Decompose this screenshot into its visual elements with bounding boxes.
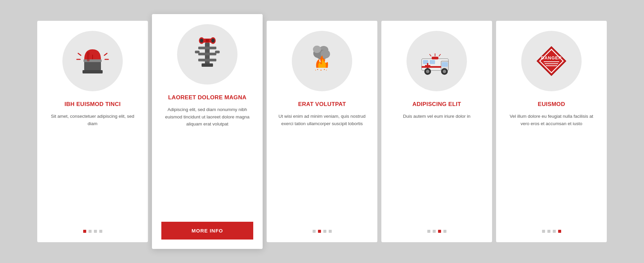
card-2: LAOREET DOLORE MAGNA Adipiscing elit, se… bbox=[152, 14, 263, 249]
svg-rect-37 bbox=[430, 60, 435, 64]
svg-rect-13 bbox=[206, 39, 209, 42]
card-4-body: Duis autem vel eum iriure dolor in bbox=[403, 113, 470, 222]
svg-rect-35 bbox=[442, 62, 448, 67]
svg-rect-20 bbox=[195, 51, 200, 53]
card-5-dots bbox=[542, 230, 561, 233]
dot bbox=[323, 230, 326, 233]
dot bbox=[443, 230, 446, 233]
card-1-body: Sit amet, consectetuer adipiscing elit, … bbox=[47, 113, 139, 222]
icon-circle-1 bbox=[62, 31, 123, 91]
svg-point-44 bbox=[443, 70, 446, 73]
svg-rect-1 bbox=[84, 59, 102, 62]
svg-rect-7 bbox=[83, 70, 103, 73]
dot bbox=[433, 230, 436, 233]
svg-line-47 bbox=[439, 54, 440, 56]
card-5-title: EUISMOD bbox=[538, 101, 565, 108]
dot bbox=[318, 230, 321, 233]
card-5-body: Vel illum dolore eu feugiat nulla facili… bbox=[505, 113, 597, 222]
svg-point-26 bbox=[313, 46, 321, 53]
dot bbox=[542, 230, 545, 233]
svg-rect-22 bbox=[202, 63, 213, 67]
svg-point-29 bbox=[321, 70, 322, 71]
icon-circle-3 bbox=[292, 31, 352, 91]
fire-smoke-icon bbox=[304, 43, 340, 80]
svg-rect-17 bbox=[198, 47, 216, 49]
svg-line-3 bbox=[78, 53, 81, 55]
svg-rect-40 bbox=[422, 66, 441, 68]
svg-point-31 bbox=[326, 70, 327, 70]
card-1: IBH EUISMOD TINCI Sit amet, consectetuer… bbox=[37, 21, 148, 242]
dot bbox=[313, 230, 316, 233]
svg-rect-18 bbox=[198, 53, 216, 55]
dot bbox=[89, 230, 92, 233]
card-1-title: IBH EUISMOD TINCI bbox=[64, 101, 121, 108]
dot bbox=[329, 230, 332, 233]
svg-point-32 bbox=[315, 70, 316, 70]
svg-marker-49 bbox=[537, 47, 566, 75]
svg-line-46 bbox=[430, 54, 431, 56]
siren-icon bbox=[74, 43, 111, 80]
ambulance-icon bbox=[418, 43, 455, 80]
card-4-dots bbox=[427, 230, 446, 233]
card-3-title: ERAT VOLUTPAT bbox=[298, 101, 346, 108]
dot bbox=[83, 230, 86, 233]
svg-point-30 bbox=[324, 69, 325, 70]
icon-circle-4 bbox=[407, 31, 467, 91]
svg-rect-21 bbox=[215, 51, 220, 53]
card-2-body: Adipiscing elit, sed diam nonummy nibh e… bbox=[161, 106, 253, 214]
icon-circle-2 bbox=[177, 24, 237, 85]
dot bbox=[553, 230, 556, 233]
card-5: DANGER EUISMOD Vel illum dolore eu feugi… bbox=[496, 21, 607, 242]
cards-container: IBH EUISMOD TINCI Sit amet, consectetuer… bbox=[17, 7, 627, 256]
svg-point-42 bbox=[426, 70, 429, 73]
dot bbox=[99, 230, 102, 233]
card-4: ADIPISCING ELIT Duis autem vel eum iriur… bbox=[381, 21, 492, 242]
card-4-title: ADIPISCING ELIT bbox=[412, 101, 461, 108]
svg-text:DANGER: DANGER bbox=[541, 55, 562, 60]
card-2-title: LAOREET DOLORE MAGNA bbox=[168, 94, 247, 101]
danger-sign-icon: DANGER bbox=[533, 43, 570, 80]
svg-line-5 bbox=[104, 53, 107, 55]
svg-rect-19 bbox=[198, 59, 216, 61]
dot bbox=[438, 230, 441, 233]
svg-point-15 bbox=[211, 39, 215, 43]
fire-hydrant-icon bbox=[189, 36, 226, 73]
dot bbox=[558, 230, 561, 233]
more-info-button[interactable]: MORE INFO bbox=[161, 222, 253, 240]
card-3-dots bbox=[313, 230, 332, 233]
svg-point-14 bbox=[200, 39, 203, 43]
icon-circle-5: DANGER bbox=[521, 31, 582, 91]
dot bbox=[547, 230, 550, 233]
card-3-body: Ut wisi enim ad minim veniam, quis nostr… bbox=[276, 113, 368, 222]
card-1-dots bbox=[83, 230, 102, 233]
svg-point-28 bbox=[317, 69, 318, 70]
dot bbox=[94, 230, 97, 233]
svg-rect-45 bbox=[432, 57, 438, 59]
card-3: ERAT VOLUTPAT Ut wisi enim ad minim veni… bbox=[267, 21, 377, 242]
dot bbox=[427, 230, 430, 233]
